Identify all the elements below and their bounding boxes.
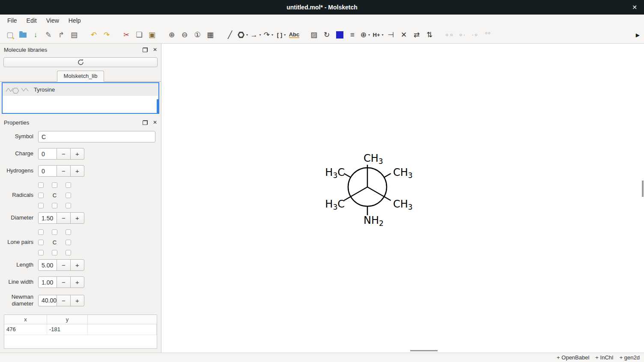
canvas[interactable]: CH3 H3C CH3 H3C CH3 NH2 <box>161 44 644 353</box>
ring-tool-dropdown[interactable]: ▾ <box>246 33 248 37</box>
refresh-library-button[interactable] <box>3 57 158 67</box>
bracket-tool[interactable]: [ ]▾ <box>276 29 287 42</box>
hydrogen-tool[interactable]: H+▾ <box>373 29 384 42</box>
length-decrement-button[interactable]: − <box>57 259 71 271</box>
column-header-x[interactable]: x <box>4 315 47 324</box>
window-close-button[interactable]: ✕ <box>632 4 637 11</box>
atom-label-lower-right[interactable]: CH3 <box>393 198 413 211</box>
arrow-tool-dropdown[interactable]: ▾ <box>259 33 261 37</box>
back-bond-upper-left[interactable] <box>344 174 351 178</box>
undo-button[interactable]: ↶ <box>88 29 99 42</box>
radical-checkbox[interactable] <box>52 182 57 188</box>
save-as-button[interactable]: ✎ <box>43 29 54 42</box>
hydrogens-increment-button[interactable]: + <box>70 165 84 177</box>
lone-pair-checkbox[interactable] <box>66 229 71 235</box>
radical-checkbox[interactable] <box>38 182 44 188</box>
delete-tool[interactable]: ✕ <box>398 29 409 42</box>
rotate-tool[interactable]: ↻ <box>321 29 332 42</box>
back-bond-upper-right[interactable] <box>384 174 391 178</box>
zoom-original-button[interactable]: ① <box>192 29 203 42</box>
menu-view[interactable]: View <box>42 15 64 26</box>
text-tool[interactable]: Abc <box>289 29 300 42</box>
close-panel-icon[interactable]: ✕ <box>153 47 157 53</box>
list-item-tyrosine[interactable]: Tyrosine <box>3 83 158 96</box>
charge-tool[interactable]: ⊕▾ <box>360 29 371 42</box>
color-picker-swatch[interactable] <box>334 29 345 42</box>
zoom-fit-button[interactable]: ▦ <box>205 29 216 42</box>
charge-tool-dropdown[interactable]: ▾ <box>368 33 370 37</box>
diameter-value[interactable]: 1.50 <box>38 212 57 224</box>
radical-checkbox[interactable] <box>38 193 44 198</box>
zoom-out-button[interactable]: ⊖ <box>179 29 190 42</box>
coordinate-x-cell[interactable]: 476 <box>4 324 47 335</box>
newman-diameter-increment-button[interactable]: + <box>70 295 84 306</box>
radical-checkbox[interactable] <box>38 203 44 208</box>
length-value[interactable]: 5.00 <box>38 259 57 271</box>
charge-value[interactable]: 0 <box>38 148 57 160</box>
atom-label-bottom[interactable]: NH2 <box>364 214 384 228</box>
charge-increment-button[interactable]: + <box>70 148 84 160</box>
library-list[interactable]: Tyrosine <box>2 82 159 114</box>
table-row[interactable]: 476 -181 <box>4 324 157 335</box>
save-document-button[interactable]: ↓ <box>30 29 41 42</box>
vertical-scrollbar[interactable] <box>642 181 644 197</box>
menu-help[interactable]: Help <box>64 15 86 26</box>
atom-label-top[interactable]: CH3 <box>364 152 383 166</box>
length-increment-button[interactable]: + <box>70 259 84 271</box>
diameter-decrement-button[interactable]: − <box>57 212 71 224</box>
lone-pair-checkbox[interactable] <box>38 250 44 255</box>
paste-button[interactable]: ▣ <box>146 29 158 42</box>
lone-pair-checkbox[interactable] <box>52 229 57 235</box>
copy-button[interactable]: ❏ <box>134 29 145 42</box>
radical-checkbox[interactable] <box>66 193 71 198</box>
charge-decrement-button[interactable]: − <box>57 148 71 160</box>
front-bond-lower-left[interactable] <box>344 187 367 201</box>
cut-button[interactable]: ✂ <box>121 29 132 42</box>
line-width-decrement-button[interactable]: − <box>57 276 71 288</box>
horizontal-scrollbar[interactable] <box>410 350 438 351</box>
symbol-input[interactable]: C <box>38 131 155 142</box>
arrow-tool[interactable]: →▾ <box>250 29 261 42</box>
flip-horizontal-tool[interactable]: ⇄ <box>411 29 422 42</box>
lone-pair-checkbox[interactable] <box>52 250 57 255</box>
hatch-fill-tool[interactable]: ▨ <box>308 29 319 42</box>
redo-button[interactable]: ↷ <box>101 29 112 42</box>
line-width-value[interactable]: 1.00 <box>38 276 57 288</box>
radical-checkbox[interactable] <box>66 203 71 208</box>
menu-file[interactable]: File <box>3 15 22 26</box>
lone-pair-tool[interactable]: ⊣ <box>385 29 397 42</box>
lone-pair-checkbox[interactable] <box>38 229 44 235</box>
lone-pair-checkbox[interactable] <box>66 250 71 255</box>
atom-label-upper-right[interactable]: CH3 <box>393 166 413 180</box>
tab-molsketch-lib[interactable]: Molsketch_lib <box>57 71 104 82</box>
lone-pair-checkbox[interactable] <box>66 240 71 245</box>
mechanism-arrow-tool[interactable]: ↷▾ <box>263 29 274 42</box>
hydrogens-decrement-button[interactable]: − <box>57 165 71 177</box>
undock-panel-icon[interactable] <box>143 120 148 125</box>
line-width-increment-button[interactable]: + <box>70 276 84 288</box>
atom-label-upper-left[interactable]: H3C <box>325 166 345 180</box>
newman-diameter-decrement-button[interactable]: − <box>57 295 71 306</box>
hydrogen-tool-dropdown[interactable]: ▾ <box>382 33 383 37</box>
radical-checkbox[interactable] <box>52 203 57 208</box>
atom-label-lower-left[interactable]: H3C <box>325 198 345 211</box>
coordinate-y-cell[interactable]: -181 <box>47 324 88 335</box>
hydrogens-value[interactable]: 0 <box>38 165 57 177</box>
bracket-tool-dropdown[interactable]: ▾ <box>284 33 286 37</box>
front-bond-lower-right[interactable] <box>367 187 391 201</box>
menu-edit[interactable]: Edit <box>22 15 42 26</box>
print-button[interactable]: ▤ <box>69 29 80 42</box>
newman-projection-molecule[interactable]: CH3 H3C CH3 H3C CH3 NH2 <box>161 44 644 353</box>
newman-diameter-value[interactable]: 40.00 <box>38 295 57 306</box>
library-scrollbar[interactable] <box>157 99 158 113</box>
draw-bond-tool[interactable]: ╱ <box>224 29 236 42</box>
new-document-button[interactable]: ▢✦ <box>4 29 15 42</box>
undock-panel-icon[interactable] <box>143 47 148 52</box>
flip-vertical-tool[interactable]: ⇅ <box>424 29 435 42</box>
diameter-increment-button[interactable]: + <box>70 212 84 224</box>
toolbar-overflow-button[interactable]: ▶ <box>635 32 641 38</box>
export-button[interactable]: ↱ <box>56 29 67 42</box>
open-document-button[interactable] <box>17 29 28 42</box>
radical-checkbox[interactable] <box>66 182 71 188</box>
zoom-in-button[interactable]: ⊕ <box>166 29 177 42</box>
